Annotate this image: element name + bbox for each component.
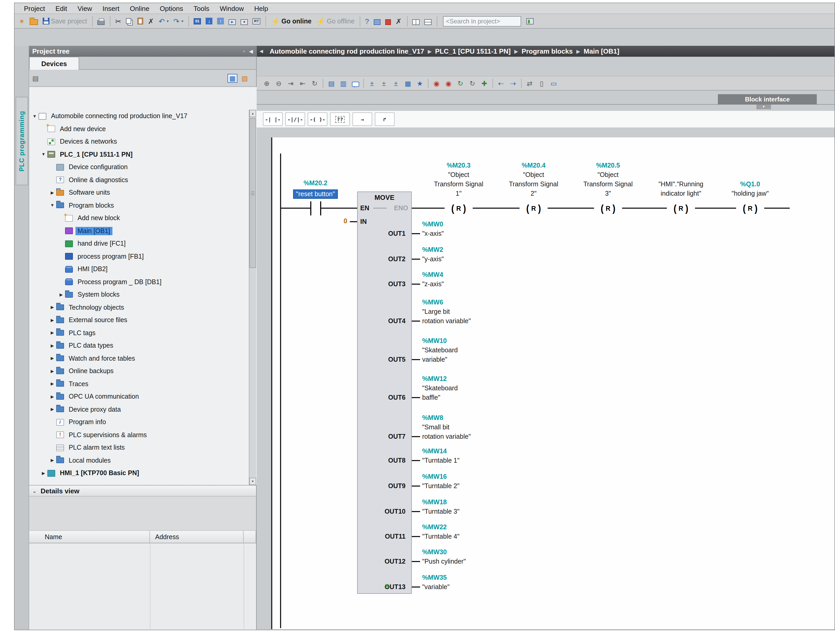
tree-item[interactable]: ▶External source files <box>29 314 257 326</box>
menu-item-view[interactable]: View <box>72 3 97 13</box>
tab-plc-programming[interactable]: PLC programming <box>16 97 28 185</box>
output-operand[interactable]: %MW30"Push cylinder" <box>422 547 505 566</box>
device-overview-icon[interactable]: ▤ <box>32 74 39 82</box>
reset-coil[interactable]: (R) <box>667 202 695 215</box>
tree-item[interactable]: Main [OB1] <box>29 225 257 237</box>
insert-empty-box-icon[interactable]: ?? <box>330 112 350 126</box>
scroll-up-icon[interactable]: ▲ <box>249 110 256 117</box>
tab-devices[interactable]: Devices <box>29 57 79 70</box>
output-operand[interactable]: %MW8"Small bit rotation variable" <box>422 413 505 441</box>
start-simulation-icon[interactable] <box>372 15 383 27</box>
ladder-contact[interactable] <box>310 201 321 216</box>
open-device-view-icon[interactable]: ▧ <box>241 74 248 82</box>
operand-list-icon[interactable]: ▦ <box>402 78 414 89</box>
tree-item[interactable]: Devices & networks <box>29 135 257 148</box>
reset-coil[interactable]: (R) <box>736 202 764 215</box>
expand-arrow-icon[interactable]: ▼ <box>40 152 47 157</box>
collapse-splitter-icon[interactable]: ◀ <box>260 49 266 54</box>
menu-item-help[interactable]: Help <box>249 3 274 13</box>
go-online-button[interactable]: ⚡Go online <box>269 15 314 27</box>
menu-item-project[interactable]: Project <box>19 3 50 13</box>
tree-item[interactable]: ▶HMI_1 [KTP700 Basic PN] <box>29 467 257 480</box>
cross-references-icon[interactable]: ✗ <box>393 15 404 27</box>
column-display-icon[interactable]: ▦ <box>228 74 237 83</box>
absolute-operands-icon[interactable]: ± <box>366 78 378 89</box>
details-column-address[interactable]: Address <box>150 531 244 543</box>
reset-coil[interactable]: (R) <box>594 202 622 215</box>
in-constant[interactable]: 0 <box>333 217 347 225</box>
symbolic-operands-icon[interactable]: ± <box>378 78 390 89</box>
collapse-arrow-icon[interactable]: ▶ <box>49 369 56 374</box>
insert-no-contact-icon[interactable]: -| |- <box>263 112 283 126</box>
output-operand[interactable]: %MW0"x-axis" <box>422 220 505 238</box>
reset-coil[interactable]: (R) <box>445 202 473 215</box>
tree-item[interactable]: ▶Watch and force tables <box>29 352 257 365</box>
tree-item[interactable]: Process program _ DB [DB1] <box>29 276 257 288</box>
tree-item[interactable]: Online & diagnostics <box>29 174 257 186</box>
delete-column-icon[interactable]: ⇤ <box>297 78 309 89</box>
output-operand[interactable]: %MW18"Turntable 3" <box>422 498 505 516</box>
next-error-icon[interactable]: ◉ <box>442 78 455 89</box>
copy-icon[interactable] <box>124 15 135 27</box>
new-project-icon[interactable]: ✶ <box>17 15 27 27</box>
collapse-arrow-icon[interactable]: ▶ <box>58 292 65 297</box>
expand-all-networks-icon[interactable]: ▤ <box>325 78 337 89</box>
output-operand[interactable]: %MW2"y-axis" <box>422 245 505 264</box>
collapse-arrow-icon[interactable]: ▶ <box>49 331 56 336</box>
output-operand[interactable]: %MW22"Turntable 4" <box>422 522 505 541</box>
jump-next-icon[interactable]: ⇢ <box>507 78 519 89</box>
collapse-arrow-icon[interactable]: ▶ <box>49 394 56 399</box>
tree-item[interactable]: PLC supervisions & alarms <box>29 428 257 441</box>
breadcrumb-segment[interactable]: PLC_1 [CPU 1511-1 PN] <box>435 47 511 55</box>
search-in-project-input[interactable] <box>443 16 521 26</box>
tree-item[interactable]: ▶Online backups <box>29 365 257 378</box>
contact-name-label[interactable]: "reset button" <box>274 189 357 199</box>
previous-error-icon[interactable]: ◉ <box>430 78 442 89</box>
collapse-arrow-icon[interactable]: ▶ <box>40 471 47 476</box>
output-operand[interactable]: %MW35"variable" <box>422 573 505 592</box>
tree-item[interactable]: hand drive [FC1] <box>29 237 257 250</box>
tree-item[interactable]: Device configuration <box>29 161 257 174</box>
dropdown-arrow-icon[interactable]: ▾ <box>182 19 183 23</box>
reset-coil[interactable]: (R) <box>520 202 547 215</box>
collapse-arrow-icon[interactable]: ▶ <box>49 190 56 195</box>
tree-item[interactable]: ▶PLC tags <box>29 326 257 339</box>
tree-item[interactable]: ▼PLC_1 [CPU 1511-1 PN] <box>29 148 257 161</box>
update-inconsistent-icon[interactable]: ↻ <box>466 78 478 89</box>
breadcrumb-segment[interactable]: Main [OB1] <box>583 47 619 55</box>
tree-item[interactable]: ▶Local modules <box>29 454 257 467</box>
tree-scrollbar[interactable]: ▲ ▼ <box>249 110 256 485</box>
output-operand[interactable]: %MW10"Skateboard variable" <box>422 336 505 364</box>
print-icon[interactable] <box>95 15 107 27</box>
auto-collapse-icon[interactable]: ▫ <box>243 49 245 54</box>
runtime-icon[interactable] <box>250 15 262 27</box>
refresh-consistency-icon[interactable]: ↻ <box>455 78 466 89</box>
cut-icon[interactable]: ✂ <box>113 15 123 27</box>
update-block-call-icon[interactable]: ↻ <box>309 78 321 89</box>
menu-item-tools[interactable]: Tools <box>188 3 214 13</box>
delete-row-icon[interactable]: ⊖ <box>273 78 285 89</box>
network-comments-icon[interactable] <box>349 78 361 89</box>
menu-item-window[interactable]: Window <box>214 3 249 13</box>
output-operand[interactable]: %MW4"z-axis" <box>422 270 505 289</box>
call-structure-icon[interactable]: ▯ <box>536 78 547 89</box>
insert-row-icon[interactable]: ⊕ <box>261 78 273 89</box>
accessible-devices-icon[interactable]: ? <box>363 15 371 27</box>
open-project-icon[interactable] <box>27 15 40 27</box>
tree-item[interactable]: Program info <box>29 416 257 428</box>
tree-item[interactable]: ▶Device proxy data <box>29 403 257 416</box>
collapse-arrow-icon[interactable]: ▶ <box>49 305 56 310</box>
collapse-arrow-icon[interactable]: ▶ <box>49 407 56 412</box>
scroll-down-icon[interactable]: ▼ <box>249 478 256 485</box>
upload-from-device-icon[interactable] <box>215 15 226 27</box>
menu-item-edit[interactable]: Edit <box>50 3 72 13</box>
tree-item[interactable]: ▶Software units <box>29 186 257 199</box>
tree-item[interactable]: Add new device <box>29 123 257 135</box>
go-offline-button[interactable]: ⚡Go offline <box>314 15 357 27</box>
collapse-arrow-icon[interactable]: ▶ <box>49 318 56 323</box>
tree-item[interactable]: ▶PLC data types <box>29 339 257 352</box>
collapse-interface-icon[interactable]: ▼ <box>756 105 771 109</box>
collapse-panel-icon[interactable]: ◀ <box>249 49 253 54</box>
download-to-device-icon[interactable] <box>203 15 214 27</box>
stop-cpu-icon[interactable] <box>239 15 250 27</box>
